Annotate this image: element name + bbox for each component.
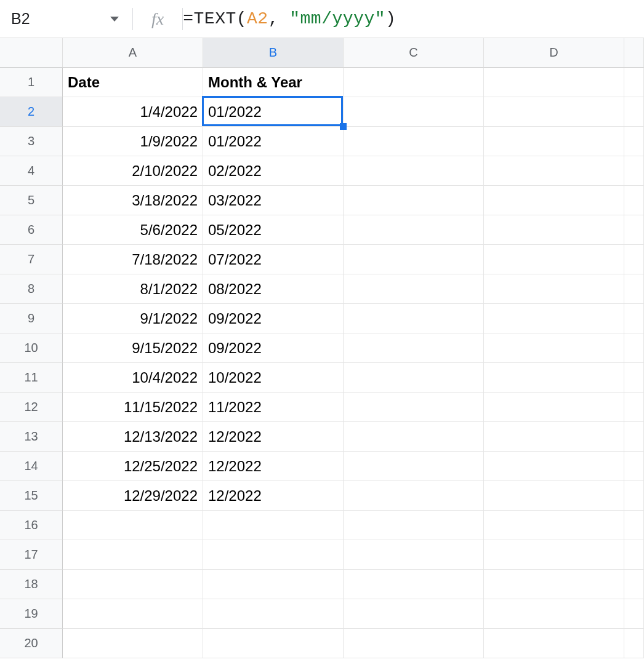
cell-A12[interactable]: 11/15/2022 xyxy=(63,393,203,422)
row-header-6[interactable]: 6 xyxy=(0,215,63,245)
cell-E9[interactable] xyxy=(624,304,644,333)
row-header-4[interactable]: 4 xyxy=(0,156,63,186)
cell-E1[interactable] xyxy=(624,68,644,97)
cell-E12[interactable] xyxy=(624,393,644,422)
column-header-D[interactable]: D xyxy=(484,38,624,68)
cell-B8[interactable]: 08/2022 xyxy=(203,274,344,304)
cell-B10[interactable]: 09/2022 xyxy=(203,333,344,363)
name-box[interactable]: B2 xyxy=(0,0,132,38)
row-header-7[interactable]: 7 xyxy=(0,245,63,274)
cell-B1[interactable]: Month & Year xyxy=(203,68,344,97)
cell-A20[interactable] xyxy=(63,629,203,658)
cell-A16[interactable] xyxy=(63,511,203,540)
cell-D6[interactable] xyxy=(484,215,624,245)
cell-C15[interactable] xyxy=(344,481,484,511)
cell-A2[interactable]: 1/4/2022 xyxy=(63,97,203,127)
cell-E13[interactable] xyxy=(624,422,644,452)
cell-A10[interactable]: 9/15/2022 xyxy=(63,333,203,363)
cell-B18[interactable] xyxy=(203,570,344,599)
cell-D5[interactable] xyxy=(484,186,624,215)
row-header-5[interactable]: 5 xyxy=(0,186,63,215)
cell-E14[interactable] xyxy=(624,452,644,481)
cell-B9[interactable]: 09/2022 xyxy=(203,304,344,333)
cell-A4[interactable]: 2/10/2022 xyxy=(63,156,203,186)
row-header-20[interactable]: 20 xyxy=(0,629,63,658)
cell-E18[interactable] xyxy=(624,570,644,599)
cell-E11[interactable] xyxy=(624,363,644,393)
cell-B13[interactable]: 12/2022 xyxy=(203,422,344,452)
cell-A1[interactable]: Date xyxy=(63,68,203,97)
cell-C1[interactable] xyxy=(344,68,484,97)
cell-D3[interactable] xyxy=(484,127,624,156)
cell-C12[interactable] xyxy=(344,393,484,422)
row-header-14[interactable]: 14 xyxy=(0,452,63,481)
cell-D20[interactable] xyxy=(484,629,624,658)
cell-C17[interactable] xyxy=(344,540,484,570)
row-header-11[interactable]: 11 xyxy=(0,363,63,393)
cell-A11[interactable]: 10/4/2022 xyxy=(63,363,203,393)
cell-A17[interactable] xyxy=(63,540,203,570)
cell-C2[interactable] xyxy=(344,97,484,127)
cell-A3[interactable]: 1/9/2022 xyxy=(63,127,203,156)
cell-A5[interactable]: 3/18/2022 xyxy=(63,186,203,215)
cell-D2[interactable] xyxy=(484,97,624,127)
cell-A18[interactable] xyxy=(63,570,203,599)
column-header-C[interactable]: C xyxy=(344,38,484,68)
cell-D15[interactable] xyxy=(484,481,624,511)
cell-C20[interactable] xyxy=(344,629,484,658)
cell-C16[interactable] xyxy=(344,511,484,540)
cell-E7[interactable] xyxy=(624,245,644,274)
cell-C19[interactable] xyxy=(344,599,484,629)
cell-D14[interactable] xyxy=(484,452,624,481)
cell-C7[interactable] xyxy=(344,245,484,274)
cell-B20[interactable] xyxy=(203,629,344,658)
row-header-2[interactable]: 2 xyxy=(0,97,63,127)
cell-B14[interactable]: 12/2022 xyxy=(203,452,344,481)
cell-D17[interactable] xyxy=(484,540,624,570)
cell-C13[interactable] xyxy=(344,422,484,452)
cell-E8[interactable] xyxy=(624,274,644,304)
cell-D18[interactable] xyxy=(484,570,624,599)
cell-B16[interactable] xyxy=(203,511,344,540)
cell-C5[interactable] xyxy=(344,186,484,215)
row-header-17[interactable]: 17 xyxy=(0,540,63,570)
cell-D4[interactable] xyxy=(484,156,624,186)
cell-C4[interactable] xyxy=(344,156,484,186)
fill-handle[interactable] xyxy=(340,123,347,130)
row-header-16[interactable]: 16 xyxy=(0,511,63,540)
row-header-13[interactable]: 13 xyxy=(0,422,63,452)
cell-B5[interactable]: 03/2022 xyxy=(203,186,344,215)
cell-C9[interactable] xyxy=(344,304,484,333)
column-header-A[interactable]: A xyxy=(63,38,203,68)
cell-E15[interactable] xyxy=(624,481,644,511)
row-header-18[interactable]: 18 xyxy=(0,570,63,599)
cell-B11[interactable]: 10/2022 xyxy=(203,363,344,393)
row-header-1[interactable]: 1 xyxy=(0,68,63,97)
cell-A6[interactable]: 5/6/2022 xyxy=(63,215,203,245)
row-header-9[interactable]: 9 xyxy=(0,304,63,333)
cell-D10[interactable] xyxy=(484,333,624,363)
cell-A7[interactable]: 7/18/2022 xyxy=(63,245,203,274)
chevron-down-icon[interactable] xyxy=(110,17,119,22)
cell-E19[interactable] xyxy=(624,599,644,629)
cell-B4[interactable]: 02/2022 xyxy=(203,156,344,186)
row-header-19[interactable]: 19 xyxy=(0,599,63,629)
cell-B15[interactable]: 12/2022 xyxy=(203,481,344,511)
cell-B2[interactable]: 01/2022 xyxy=(203,97,344,127)
cell-D7[interactable] xyxy=(484,245,624,274)
cell-C6[interactable] xyxy=(344,215,484,245)
cell-E10[interactable] xyxy=(624,333,644,363)
cell-B17[interactable] xyxy=(203,540,344,570)
formula-input[interactable]: =TEXT(A2, "mm/yyyy") xyxy=(183,9,644,28)
row-header-3[interactable]: 3 xyxy=(0,127,63,156)
cell-A9[interactable]: 9/1/2022 xyxy=(63,304,203,333)
select-all-corner[interactable] xyxy=(0,38,63,68)
cell-D12[interactable] xyxy=(484,393,624,422)
cell-E3[interactable] xyxy=(624,127,644,156)
cell-E20[interactable] xyxy=(624,629,644,658)
cell-E6[interactable] xyxy=(624,215,644,245)
cell-D9[interactable] xyxy=(484,304,624,333)
cell-C8[interactable] xyxy=(344,274,484,304)
cell-E5[interactable] xyxy=(624,186,644,215)
cell-B6[interactable]: 05/2022 xyxy=(203,215,344,245)
